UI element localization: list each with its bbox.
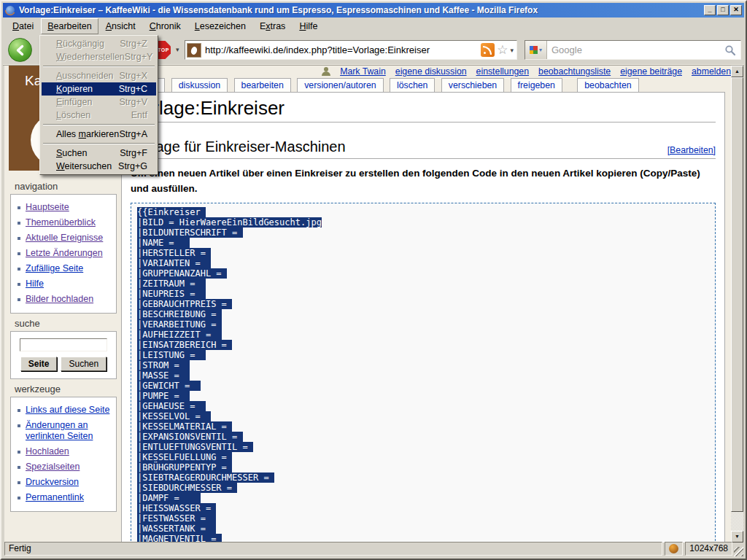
code-line: |LEISTUNG = — [137, 350, 709, 360]
coffee-badge-icon — [669, 544, 678, 553]
title-bar: Vorlage:Einkreiser – KaffeeWiki - die Wi… — [3, 3, 744, 18]
sidebar-link[interactable]: Hilfe — [26, 279, 44, 289]
sidebar-link[interactable]: Permanentlink — [26, 492, 84, 502]
code-line: |KESSELMATERIAL = — [137, 421, 709, 432]
page-tab[interactable]: versionen/autoren — [297, 78, 383, 93]
code-line: |HERSTELLER = — [137, 248, 709, 258]
magnifier-icon[interactable] — [724, 44, 736, 56]
status-bar: Fertig 747x560 — [3, 540, 744, 557]
code-line: |MASSE = — [137, 370, 709, 381]
user-bar-link[interactable]: beobachtungsliste — [538, 66, 611, 77]
resolution-indicator: 747x560 — [685, 542, 732, 556]
page-tab[interactable]: beobachten — [577, 78, 638, 93]
edit-menu: Rückgängig Strg+Z Wiederherstellen Strg+… — [39, 35, 158, 175]
vertical-scrollbar[interactable]: ▲ ▼ — [731, 66, 743, 542]
page-tab[interactable]: löschen — [390, 78, 435, 93]
sidebar-link[interactable]: Bilder hochladen — [26, 294, 93, 304]
sidebar-link[interactable]: Änderungen an verlinkten Seiten — [26, 420, 93, 441]
menubar-item[interactable]: Datei — [6, 18, 40, 34]
sidebar-link[interactable]: Aktuelle Ereignisse — [26, 233, 103, 243]
sidebar-link[interactable]: Spezialseiten — [26, 462, 80, 472]
user-bar-link[interactable]: abmelden — [692, 66, 731, 77]
toolbar-dropdown-icon[interactable]: ▾ — [176, 46, 179, 53]
code-line: |NEUPREIS = — [137, 289, 709, 299]
window-title: Vorlage:Einkreiser – KaffeeWiki - die Wi… — [19, 5, 704, 15]
user-bar-link[interactable]: einstellungen — [476, 66, 529, 77]
menu-shortcut: Strg+A — [119, 129, 147, 139]
menu-separator — [43, 124, 155, 125]
menu-item[interactable]: Suchen Strg+F — [42, 147, 156, 160]
bookmark-star-icon[interactable]: ☆ — [497, 44, 508, 56]
menubar-item[interactable]: Extras — [253, 18, 292, 34]
wiki-search-input[interactable] — [20, 338, 107, 351]
menubar-item[interactable]: Ansicht — [99, 18, 142, 34]
scroll-up-button[interactable]: ▲ — [731, 66, 743, 77]
code-line: |SIEBDURCHMESSER = — [137, 483, 709, 493]
code-line: |ZEITRAUM = — [137, 279, 709, 289]
page-title: Vorlage:Einkreiser — [131, 94, 716, 122]
go-button[interactable]: Seite — [20, 357, 58, 371]
menubar-item[interactable]: Bearbeiten — [41, 18, 98, 34]
page-tab[interactable]: freigeben — [511, 78, 562, 93]
sidebar-link[interactable]: Letzte Änderungen — [26, 248, 103, 258]
sidebar-link[interactable]: Hauptseite — [26, 202, 69, 212]
search-button[interactable]: Suchen — [61, 357, 107, 371]
page-tabs: vorlage diskussion bearbeiten versionen/… — [121, 78, 734, 93]
edit-section-link[interactable]: [Bearbeiten] — [667, 145, 716, 155]
rss-feed-icon[interactable] — [481, 43, 495, 57]
web-search-input[interactable] — [547, 44, 724, 55]
menu-item: Löschen Entf — [42, 109, 156, 122]
user-bar-link[interactable]: eigene beiträge — [620, 66, 682, 77]
back-button[interactable] — [8, 38, 32, 62]
menubar-item[interactable]: Hilfe — [293, 18, 324, 34]
resize-grip[interactable] — [734, 547, 743, 556]
sidebar-link[interactable]: Links auf diese Seite — [26, 405, 109, 415]
code-line: |DAMPF = — [137, 493, 709, 503]
code-line: |GRUPPENANZAHL = — [137, 268, 709, 279]
template-code-block[interactable]: {{Einkreiser |BILD = HierWaereEinBildGes… — [131, 203, 716, 542]
scrollbar-thumb[interactable] — [731, 77, 743, 512]
menu-shortcut: Entf — [131, 110, 147, 120]
maximize-button[interactable]: □ — [717, 5, 729, 15]
code-line: |PUMPE = — [137, 391, 709, 401]
sidebar-link[interactable]: Druckversion — [26, 477, 79, 487]
url-dropdown-icon[interactable]: ▾ — [510, 47, 514, 54]
site-favicon — [187, 43, 201, 58]
sidebar-link[interactable]: Themenüberblick — [26, 217, 96, 228]
page-tab[interactable]: verschieben — [441, 78, 504, 93]
user-bar-link[interactable]: eigene diskussion — [395, 66, 467, 77]
menu-item[interactable]: Weitersuchen Strg+G — [42, 160, 156, 173]
code-line: |GEBRAUCHTPREIS = — [137, 299, 709, 309]
menu-shortcut: Strg+Y — [125, 52, 153, 62]
menu-shortcut: Strg+X — [119, 71, 147, 81]
sidebar-section-tools: werkzeuge — [15, 384, 117, 394]
close-button[interactable]: ✕ — [730, 5, 742, 15]
minimize-button[interactable]: _ — [704, 5, 716, 15]
sidebar-link[interactable]: Zufällige Seite — [26, 263, 83, 273]
url-input[interactable] — [205, 44, 481, 55]
code-line: |EXPANSIONSVENTIL = — [137, 432, 709, 442]
menubar-item[interactable]: Lesezeichen — [188, 18, 252, 34]
menu-item: Wiederherstellen Strg+Y — [42, 50, 156, 63]
code-line: |BRÜHGRUPPENTYP = — [137, 462, 709, 472]
sidebar-link[interactable]: Hochladen — [26, 446, 69, 456]
menu-separator — [43, 66, 155, 67]
search-engine-button[interactable]: ▾ — [525, 41, 547, 59]
user-links: Mark Twaineigene diskussioneinstellungen… — [330, 66, 731, 77]
code-line: |SIEBTRAEGERDURCHMESSER = — [137, 472, 709, 483]
menu-bar: Datei Bearbeiten Ansicht Chronik Lesezei… — [3, 18, 744, 35]
menu-shortcut: Strg+Z — [120, 39, 147, 49]
page-tab[interactable]: diskussion — [171, 78, 228, 93]
search-bar: ▾ — [525, 40, 741, 60]
code-line: |KESSELVOL = — [137, 411, 709, 421]
code-line: |BESCHREIBUNG = — [137, 309, 709, 319]
menu-separator — [43, 143, 155, 144]
menu-item[interactable]: Kopieren Strg+C — [42, 82, 156, 96]
menubar-item[interactable]: Chronik — [143, 18, 187, 34]
menu-item[interactable]: Alles markieren Strg+A — [42, 128, 156, 141]
user-bar: Mark Twaineigene diskussioneinstellungen… — [118, 66, 731, 78]
search-portlet: Seite Suchen — [10, 331, 117, 379]
code-line: |BILDUNTERSCHRIFT = — [137, 228, 709, 238]
user-bar-link[interactable]: Mark Twain — [340, 66, 386, 77]
page-tab[interactable]: bearbeiten — [234, 78, 291, 93]
